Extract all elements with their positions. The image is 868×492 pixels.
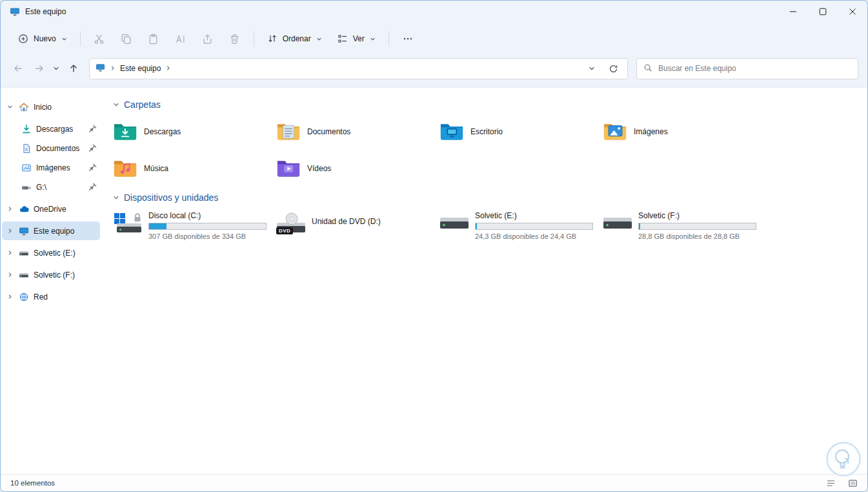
device-tile-dvd[interactable]: DVD Unidad de DVD (D:)	[276, 210, 439, 240]
folder-tile-escritorio[interactable]: Escritorio	[439, 118, 603, 145]
sidebar-item-imagenes[interactable]: Imágenes	[2, 158, 100, 177]
minimize-button[interactable]	[778, 1, 808, 23]
this-pc-icon	[10, 6, 20, 17]
system-drive-icon	[113, 212, 143, 233]
disk-usage-bar	[638, 223, 756, 230]
refresh-button[interactable]	[605, 59, 621, 77]
device-name: Solvetic (E:)	[475, 211, 593, 220]
sidebar-item-solvetic-f[interactable]: Solvetic (F:)	[2, 265, 100, 284]
address-dropdown-button[interactable]	[583, 59, 600, 77]
details-view-toggle-icon[interactable]	[823, 477, 838, 489]
sidebar-item-label: Solvetic (F:)	[34, 271, 75, 280]
device-info: Unidad de DVD (D:)	[312, 210, 381, 226]
forward-button[interactable]	[28, 58, 50, 79]
share-button[interactable]	[195, 27, 221, 50]
collapse-chevron-icon[interactable]	[113, 194, 119, 201]
dvd-badge: DVD	[276, 227, 293, 234]
disk-usage-bar	[475, 223, 593, 230]
view-button-label: Ver	[353, 34, 365, 43]
explorer-body: Inicio Descargas Documentos Imágenes G:\	[1, 87, 867, 474]
device-tile-disco-local-c[interactable]: Disco local (C:) 307 GB disponibles de 3…	[113, 210, 276, 240]
back-button[interactable]	[7, 58, 28, 79]
documents-folder-icon	[276, 121, 301, 141]
toolbar-separator	[254, 31, 254, 46]
pin-icon	[88, 144, 97, 152]
folder-tile-documentos[interactable]: Documentos	[276, 118, 439, 145]
breadcrumb-item[interactable]: Este equipo	[120, 64, 161, 73]
sidebar-item-onedrive[interactable]: OneDrive	[2, 200, 100, 218]
status-bar: 10 elementos	[1, 474, 867, 491]
section-title: Carpetas	[124, 99, 161, 110]
sort-button-label: Ordenar	[283, 34, 311, 43]
toolbar-separator	[80, 31, 81, 46]
network-icon	[19, 292, 29, 302]
cut-button[interactable]	[86, 27, 112, 50]
sidebar-item-documentos[interactable]: Documentos	[2, 139, 100, 158]
sidebar-item-inicio[interactable]: Inicio	[2, 97, 100, 116]
dvd-drive-icon: DVD	[276, 212, 306, 233]
close-button[interactable]	[838, 1, 867, 23]
chevron-down-icon	[316, 36, 322, 42]
pin-icon	[88, 163, 97, 172]
drive-icon	[19, 270, 29, 280]
chevron-right-icon[interactable]	[6, 272, 14, 278]
folder-label: Música	[144, 164, 168, 173]
breadcrumb-chevron-icon[interactable]	[165, 64, 171, 73]
usb-drive-icon	[21, 182, 32, 192]
view-icon	[338, 34, 348, 44]
folder-tile-descargas[interactable]: Descargas	[113, 118, 276, 145]
folder-tile-videos[interactable]: Vídeos	[276, 154, 439, 182]
section-header-carpetas[interactable]: Carpetas	[113, 99, 867, 110]
view-button[interactable]: Ver	[330, 28, 383, 49]
maximize-button[interactable]	[808, 1, 838, 23]
toolbar-separator	[389, 31, 389, 46]
new-button[interactable]: Nuevo	[11, 28, 74, 49]
folder-tile-imagenes[interactable]: Imágenes	[603, 118, 766, 145]
disk-usage-fill	[476, 223, 477, 229]
up-button[interactable]	[63, 58, 84, 79]
sidebar-item-red[interactable]: Red	[2, 287, 100, 306]
device-name: Solvetic (F:)	[638, 211, 756, 220]
large-icons-view-toggle-icon[interactable]	[845, 477, 860, 489]
device-tile-solvetic-f[interactable]: Solvetic (F:) 28,8 GB disponibles de 28,…	[603, 210, 766, 240]
chevron-right-icon[interactable]	[6, 206, 14, 212]
sidebar-item-este-equipo[interactable]: Este equipo	[2, 221, 100, 240]
breadcrumb-chevron-icon	[110, 64, 116, 73]
chevron-right-icon[interactable]	[6, 250, 14, 256]
sidebar-item-solvetic-e[interactable]: Solvetic (E:)	[2, 243, 100, 262]
device-info: Solvetic (E:) 24,3 GB disponibles de 24,…	[475, 210, 593, 240]
window-title: Este equipo	[25, 7, 66, 16]
drive-icon	[19, 248, 29, 258]
folder-label: Documentos	[307, 127, 350, 136]
devices-grid: Disco local (C:) 307 GB disponibles de 3…	[113, 210, 867, 240]
paste-button[interactable]	[141, 27, 167, 50]
sidebar-item-label: Solvetic (E:)	[34, 249, 76, 258]
pin-icon	[88, 183, 97, 191]
folder-label: Descargas	[144, 127, 181, 136]
chevron-down-icon[interactable]	[6, 104, 14, 110]
address-bar[interactable]: Este equipo	[89, 58, 628, 79]
recent-locations-button[interactable]	[50, 58, 63, 79]
section-header-dispositivos[interactable]: Dispositivos y unidades	[113, 192, 867, 203]
sidebar-item-descargas[interactable]: Descargas	[2, 119, 100, 138]
downloads-folder-icon	[113, 121, 137, 141]
delete-button[interactable]	[222, 27, 248, 50]
sort-button[interactable]: Ordenar	[260, 28, 329, 49]
sidebar-item-label: Imágenes	[36, 163, 70, 172]
drive-icon	[439, 212, 469, 233]
device-tile-solvetic-e[interactable]: Solvetic (E:) 24,3 GB disponibles de 24,…	[439, 210, 603, 240]
folder-tile-musica[interactable]: Música	[113, 154, 276, 182]
more-options-button[interactable]	[395, 27, 421, 50]
search-input[interactable]	[658, 64, 851, 73]
collapse-chevron-icon[interactable]	[113, 101, 119, 108]
items-view: Carpetas Descargas Documentos Escritorio	[104, 88, 867, 474]
image-icon	[21, 163, 32, 173]
chevron-right-icon[interactable]	[6, 228, 14, 234]
copy-button[interactable]	[114, 27, 139, 50]
chevron-right-icon[interactable]	[6, 294, 14, 300]
search-icon	[643, 63, 652, 74]
rename-button[interactable]	[168, 27, 194, 50]
desktop-folder-icon	[439, 121, 464, 141]
sidebar-item-label: Este equipo	[34, 227, 74, 236]
sidebar-item-g-drive[interactable]: G:\	[2, 178, 100, 196]
